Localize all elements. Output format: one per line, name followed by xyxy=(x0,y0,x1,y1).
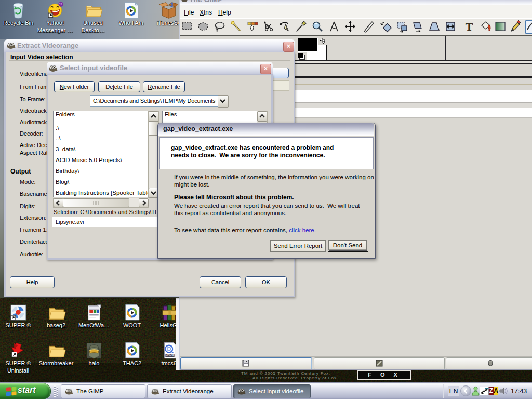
svg-text:T: T xyxy=(466,20,473,33)
svg-text:MOVIE: MOVIE xyxy=(166,354,175,357)
